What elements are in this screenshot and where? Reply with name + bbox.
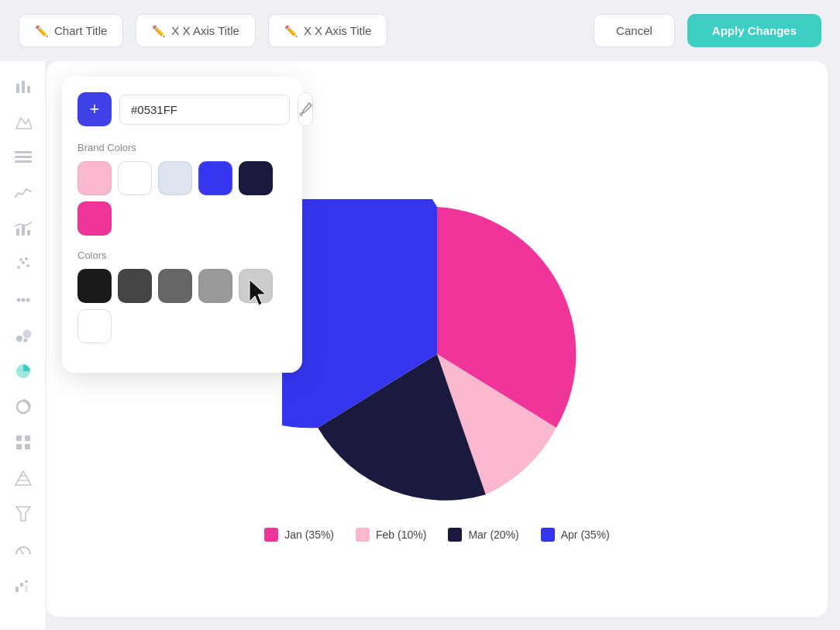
swatch-gray[interactable] xyxy=(198,269,232,303)
svg-rect-32 xyxy=(25,580,28,583)
legend-item-apr: Apr (35%) xyxy=(541,528,610,542)
svg-rect-30 xyxy=(15,587,19,592)
chart-title-button[interactable]: ✏️ Chart Title xyxy=(19,14,123,47)
funnel-icon[interactable] xyxy=(12,503,34,525)
svg-marker-3 xyxy=(16,118,32,129)
scatter-icon[interactable] xyxy=(12,253,34,275)
brand-color-swatches xyxy=(77,161,287,236)
pie-chart-icon[interactable] xyxy=(12,360,34,382)
swatch-white-2[interactable] xyxy=(77,309,112,343)
dot-plot-icon[interactable] xyxy=(12,289,34,311)
swatch-black[interactable] xyxy=(77,269,112,303)
apply-changes-button[interactable]: Apply Changes xyxy=(687,14,821,47)
svg-rect-6 xyxy=(15,160,32,163)
x-axis-title-2-button[interactable]: ✏️ X X Axis Title xyxy=(268,14,388,47)
swatch-light-gray[interactable] xyxy=(239,269,273,303)
svg-point-17 xyxy=(26,298,29,302)
swatch-hot-pink[interactable] xyxy=(77,201,112,236)
svg-point-12 xyxy=(26,264,29,267)
svg-point-14 xyxy=(25,257,28,260)
svg-rect-23 xyxy=(25,435,30,441)
swatch-pink-light[interactable] xyxy=(77,161,112,195)
x-axis-title-1-label: X X Axis Title xyxy=(171,24,239,37)
pencil-icon: ✏️ xyxy=(35,25,48,37)
svg-point-20 xyxy=(23,339,27,343)
svg-rect-24 xyxy=(16,444,22,449)
legend-color-mar xyxy=(448,528,462,542)
color-picker-popup: + Brand Colors Colors xyxy=(62,77,302,373)
pencil-icon-2: ✏️ xyxy=(152,25,165,37)
swatch-white[interactable] xyxy=(118,161,152,195)
gauge-icon[interactable] xyxy=(12,539,34,560)
x-axis-title-2-label: X X Axis Title xyxy=(304,24,372,37)
svg-rect-5 xyxy=(15,156,32,158)
legend-item-feb: Feb (10%) xyxy=(356,528,426,542)
hex-input[interactable] xyxy=(119,95,290,125)
svg-point-34 xyxy=(300,113,302,115)
pyramid-icon[interactable] xyxy=(12,467,34,489)
combo-chart-icon[interactable] xyxy=(12,218,34,239)
legend-label-apr: Apr (35%) xyxy=(561,528,610,541)
list-icon[interactable] xyxy=(12,146,34,168)
svg-point-15 xyxy=(16,298,20,302)
svg-rect-33 xyxy=(25,585,28,592)
color-picker-top: + xyxy=(77,92,287,126)
chart-title-label: Chart Title xyxy=(54,24,107,37)
add-color-button[interactable]: + xyxy=(77,92,112,126)
eyedropper-button[interactable] xyxy=(298,92,313,126)
svg-point-10 xyxy=(17,266,20,269)
legend-item-jan: Jan (35%) xyxy=(264,528,334,542)
legend-label-mar: Mar (20%) xyxy=(468,528,518,541)
mountain-chart-icon[interactable] xyxy=(12,111,34,133)
legend-color-apr xyxy=(541,528,555,542)
legend-label-feb: Feb (10%) xyxy=(376,528,426,541)
toolbar: ✏️ Chart Title ✏️ X X Axis Title ✏️ X X … xyxy=(0,0,840,61)
svg-rect-25 xyxy=(25,444,30,449)
line-chart-icon[interactable] xyxy=(12,182,34,204)
svg-rect-0 xyxy=(16,84,19,93)
donut-chart-icon[interactable] xyxy=(12,396,34,418)
swatch-dark-gray[interactable] xyxy=(118,269,152,303)
waterfall-icon[interactable] xyxy=(12,574,34,596)
legend-item-mar: Mar (20%) xyxy=(448,528,518,542)
cancel-button[interactable]: Cancel xyxy=(594,14,675,47)
chart-content: + Brand Colors Colors xyxy=(46,61,828,617)
chart-legend: Jan (35%) Feb (10%) Mar (20%) Apr (35%) xyxy=(264,528,610,542)
swatch-medium-gray[interactable] xyxy=(158,269,192,303)
bubble-chart-icon[interactable] xyxy=(12,325,34,346)
pie-chart xyxy=(282,199,592,509)
svg-point-18 xyxy=(16,336,22,342)
colors-label: Colors xyxy=(77,250,287,261)
pencil-icon-3: ✏️ xyxy=(284,25,298,37)
brand-colors-label: Brand Colors xyxy=(77,142,287,153)
bar-chart-icon[interactable] xyxy=(12,75,34,97)
svg-point-19 xyxy=(22,330,31,339)
x-axis-title-1-button[interactable]: ✏️ X X Axis Title xyxy=(136,14,256,47)
svg-rect-31 xyxy=(20,583,23,587)
svg-point-16 xyxy=(21,298,25,302)
swatch-navy[interactable] xyxy=(239,161,273,195)
swatch-blue-light[interactable] xyxy=(158,161,192,195)
svg-point-13 xyxy=(19,258,22,261)
swatch-blue[interactable] xyxy=(198,161,232,195)
svg-rect-7 xyxy=(16,229,19,236)
svg-rect-9 xyxy=(27,230,30,236)
legend-label-jan: Jan (35%) xyxy=(284,528,334,541)
svg-marker-26 xyxy=(15,471,31,485)
legend-color-feb xyxy=(356,528,370,542)
legend-color-jan xyxy=(264,528,278,542)
main-layout: + Brand Colors Colors xyxy=(0,61,840,629)
svg-rect-1 xyxy=(22,81,25,93)
svg-line-29 xyxy=(19,548,23,554)
sidebar xyxy=(0,61,46,629)
svg-rect-4 xyxy=(15,151,32,153)
grid-icon[interactable] xyxy=(12,432,34,453)
svg-rect-8 xyxy=(22,225,25,236)
color-swatches xyxy=(77,269,287,343)
svg-rect-2 xyxy=(27,86,30,93)
svg-rect-22 xyxy=(16,435,22,441)
svg-point-11 xyxy=(22,261,25,264)
